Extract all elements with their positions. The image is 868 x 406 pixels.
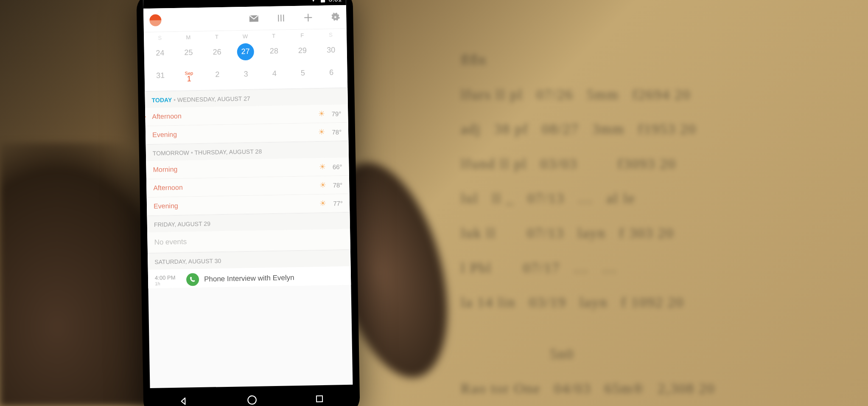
day-number: 30 bbox=[327, 45, 335, 54]
agenda-list[interactable]: TODAY • WEDNESDAY, AUGUST 27 Afternoon☀7… bbox=[145, 88, 351, 288]
calendar-day-cell[interactable]: 2 bbox=[203, 68, 232, 86]
inbox-icon[interactable] bbox=[249, 13, 259, 23]
day-number: 25 bbox=[184, 48, 193, 56]
temperature-value: 77° bbox=[333, 200, 343, 207]
day-number: 29 bbox=[298, 46, 307, 55]
sun-weather-icon: ☀ bbox=[318, 127, 325, 137]
event-time-value: 4:00 PM bbox=[155, 274, 176, 281]
period-label: Morning bbox=[153, 163, 319, 174]
no-events-label: No events bbox=[147, 229, 350, 253]
day-number: 3 bbox=[244, 70, 248, 78]
nav-back-icon[interactable] bbox=[179, 395, 190, 406]
temperature-value: 79° bbox=[331, 110, 341, 117]
period-label: Afternoon bbox=[152, 110, 318, 121]
calendar-day-cell[interactable]: Sep1 bbox=[175, 68, 204, 86]
calendar-week-row: 24252627282930 bbox=[144, 39, 347, 65]
event-duration: 1h bbox=[155, 280, 181, 286]
event-title: Phone Interview with Evelyn bbox=[204, 273, 294, 284]
battery-icon bbox=[320, 0, 325, 4]
day-label-sun: S bbox=[146, 34, 174, 41]
sun-weather-icon: ☀ bbox=[318, 109, 325, 118]
period-label: Evening bbox=[154, 200, 320, 210]
calendar-day-cell[interactable]: 26 bbox=[203, 45, 232, 59]
day-number: 2 bbox=[215, 70, 219, 79]
calendar-day-cell[interactable]: 29 bbox=[288, 43, 317, 58]
app-header bbox=[143, 5, 347, 32]
calendar-weeks: 2425262728293031Sep123456 bbox=[144, 39, 347, 91]
calendar-day-cell[interactable]: 24 bbox=[146, 46, 174, 60]
day-label-thu: T bbox=[260, 32, 288, 39]
sun-weather-icon: ☀ bbox=[319, 199, 326, 208]
agenda-period-row[interactable]: Evening☀78° bbox=[146, 123, 349, 144]
calendar-day-cell[interactable]: 4 bbox=[260, 66, 289, 85]
temperature-value: 66° bbox=[333, 163, 342, 170]
day-label-mon: M bbox=[174, 34, 202, 41]
status-time: 3:01 bbox=[328, 0, 342, 3]
svg-rect-9 bbox=[316, 396, 322, 402]
svg-point-7 bbox=[334, 16, 337, 18]
agenda-period-row[interactable]: Evening☀77° bbox=[147, 194, 350, 216]
period-label: Evening bbox=[152, 128, 319, 139]
tomorrow-label: TOMORROW bbox=[153, 149, 189, 156]
day-number: 27 bbox=[241, 47, 250, 56]
add-event-icon[interactable] bbox=[303, 12, 313, 23]
calendar-day-cell[interactable]: 30 bbox=[316, 43, 345, 57]
settings-gear-icon[interactable] bbox=[330, 12, 340, 22]
calendar-day-cell[interactable]: 6 bbox=[317, 65, 346, 84]
saturday-date: SATURDAY, AUGUST 30 bbox=[154, 257, 221, 265]
calendar-day-cell[interactable]: 28 bbox=[260, 44, 288, 58]
separator-dot: • bbox=[191, 149, 195, 156]
phone-screen: 3:01 S M T W bbox=[143, 0, 353, 388]
nav-home-icon[interactable] bbox=[246, 395, 258, 406]
nav-recent-icon[interactable] bbox=[314, 394, 325, 406]
phone-call-icon bbox=[186, 273, 199, 286]
list-view-icon[interactable] bbox=[276, 13, 286, 23]
tomorrow-date: THURSDAY, AUGUST 28 bbox=[194, 148, 262, 156]
day-label-fri: F bbox=[288, 32, 316, 39]
day-label-tue: T bbox=[202, 34, 231, 40]
sunrise-logo-icon[interactable] bbox=[149, 14, 161, 26]
temperature-value: 78° bbox=[332, 128, 342, 135]
day-number: 26 bbox=[213, 48, 221, 56]
day-number: 1 bbox=[187, 74, 191, 83]
day-number: 31 bbox=[156, 71, 165, 79]
svg-point-8 bbox=[248, 396, 256, 404]
calendar-day-cell[interactable]: 5 bbox=[288, 66, 317, 84]
friday-date: FRIDAY, AUGUST 29 bbox=[154, 220, 210, 228]
calendar-day-cell[interactable]: 31 bbox=[146, 68, 175, 87]
background-whiteboard: ﬂﬂn lfurs ll pl 07/26 5mm f2694 20 adj 3… bbox=[461, 42, 843, 340]
sun-weather-icon: ☀ bbox=[319, 180, 326, 190]
day-label-wed: W bbox=[231, 33, 259, 39]
wifi-icon bbox=[309, 0, 317, 3]
calendar-day-cell[interactable]: 3 bbox=[232, 67, 260, 85]
svg-rect-0 bbox=[321, 0, 325, 3]
period-label: Afternoon bbox=[153, 181, 319, 192]
calendar-day-cell[interactable]: 25 bbox=[174, 45, 203, 60]
calendar-week-row: 31Sep123456 bbox=[144, 61, 347, 91]
calendar-day-cell[interactable]: 27 bbox=[231, 44, 260, 59]
sun-weather-icon: ☀ bbox=[319, 162, 326, 172]
agenda-event-row[interactable]: 4:00 PM 1h Phone Interview with Evelyn bbox=[148, 266, 351, 288]
day-number: 28 bbox=[270, 47, 278, 55]
day-number: 24 bbox=[156, 48, 164, 57]
today-label: TODAY bbox=[152, 96, 172, 104]
day-number: 4 bbox=[272, 69, 277, 78]
event-time: 4:00 PM 1h bbox=[155, 274, 181, 286]
phone-frame: 3:01 S M T W bbox=[136, 0, 360, 406]
today-date: WEDNESDAY, AUGUST 27 bbox=[177, 95, 250, 103]
android-nav-bar bbox=[150, 387, 353, 406]
temperature-value: 78° bbox=[333, 181, 342, 189]
day-number: 6 bbox=[329, 68, 333, 76]
day-number: 5 bbox=[301, 69, 305, 77]
day-label-sat: S bbox=[316, 31, 345, 38]
